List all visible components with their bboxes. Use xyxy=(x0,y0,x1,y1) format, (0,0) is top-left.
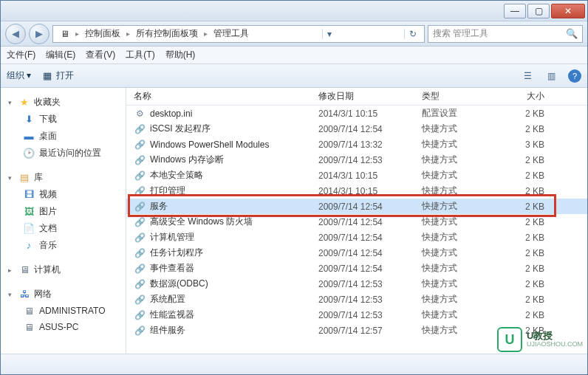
breadcrumb-seg-0[interactable]: 控制面板 xyxy=(81,27,125,40)
file-size: 2 KB xyxy=(503,295,555,305)
network-icon: 🖧 xyxy=(18,289,30,300)
file-row[interactable]: 🔗系统配置2009/7/14 12:53快捷方式2 KB xyxy=(126,292,587,307)
sidebar-item-downloads[interactable]: ⬇ 下载 xyxy=(1,111,126,128)
search-input[interactable]: 搜索 管理工具 🔍 xyxy=(428,25,583,43)
file-row[interactable]: 🔗Windows 内存诊断2009/7/14 12:53快捷方式2 KB xyxy=(126,152,587,168)
col-size[interactable]: 大小 xyxy=(503,90,555,103)
sidebar-item-music[interactable]: ♪ 音乐 xyxy=(1,237,126,254)
recent-icon: 🕑 xyxy=(23,148,35,159)
close-button[interactable]: ✕ xyxy=(551,4,585,18)
menu-file[interactable]: 文件(F) xyxy=(7,49,35,61)
file-type: 配置设置 xyxy=(422,107,503,120)
sidebar-item-documents[interactable]: 📄 文档 xyxy=(1,220,126,237)
col-date[interactable]: 修改日期 xyxy=(318,90,422,103)
document-icon: 📄 xyxy=(23,223,35,235)
file-icon: 🔗 xyxy=(134,325,146,337)
file-name: Windows PowerShell Modules xyxy=(150,140,269,150)
open-label: 打开 xyxy=(56,69,74,82)
file-row[interactable]: 🔗数据源(ODBC)2009/7/14 12:53快捷方式2 KB xyxy=(126,276,587,292)
sidebar-favorites-header[interactable]: ▾ ★ 收藏夹 xyxy=(1,94,126,111)
file-name: 系统配置 xyxy=(150,293,185,306)
file-list-pane: 名称 修改日期 类型 大小 ⚙desktop.ini2014/3/1 10:15… xyxy=(126,88,587,354)
organize-button[interactable]: 组织 ▾ xyxy=(7,69,31,82)
breadcrumb-dropdown[interactable]: ▾ xyxy=(322,29,336,39)
sidebar-computer-header[interactable]: ▸ 🖥 计算机 xyxy=(1,261,126,278)
file-type: 快捷方式 xyxy=(422,247,503,259)
file-type: 快捷方式 xyxy=(422,278,503,290)
net1-label: ADMINISTRATO xyxy=(39,306,106,316)
sidebar-network-header[interactable]: ▾ 🖧 网络 xyxy=(1,286,126,303)
sidebar-computer: ▸ 🖥 计算机 xyxy=(1,261,126,278)
desktop-icon: ▬ xyxy=(23,131,35,142)
favorites-label: 收藏夹 xyxy=(34,96,61,109)
sidebar-item-net1[interactable]: 🖥 ADMINISTRATO xyxy=(1,303,126,319)
file-icon: 🔗 xyxy=(134,247,146,259)
file-size: 2 KB xyxy=(503,326,555,336)
file-date: 2014/3/1 10:15 xyxy=(318,171,422,181)
file-size: 2 KB xyxy=(503,217,555,227)
file-row[interactable]: 🔗组件服务2009/7/14 12:57快捷方式2 KB xyxy=(126,323,587,338)
file-name: Windows 内存诊断 xyxy=(150,154,224,166)
download-icon: ⬇ xyxy=(23,114,35,125)
statusbar xyxy=(1,354,587,374)
titlebar: — ▢ ✕ xyxy=(1,1,587,21)
tri-icon: ▸ xyxy=(8,266,15,274)
maximize-button[interactable]: ▢ xyxy=(527,4,550,18)
file-icon: 🔗 xyxy=(134,232,146,244)
open-button[interactable]: ▦ 打开 xyxy=(41,69,74,82)
menu-view[interactable]: 查看(V) xyxy=(86,49,115,61)
file-date: 2009/7/14 12:54 xyxy=(318,264,422,274)
sidebar-item-recent[interactable]: 🕑 最近访问的位置 xyxy=(1,145,126,162)
file-row[interactable]: 🔗服务2009/7/14 12:54快捷方式2 KB xyxy=(126,199,587,214)
search-icon[interactable]: 🔍 xyxy=(566,28,578,39)
file-row[interactable]: 🔗任务计划程序2009/7/14 12:54快捷方式2 KB xyxy=(126,245,587,261)
breadcrumb-seg-1[interactable]: 所有控制面板项 xyxy=(131,27,202,40)
refresh-button[interactable]: ↻ xyxy=(404,29,421,39)
menu-tools[interactable]: 工具(T) xyxy=(126,49,154,61)
file-row[interactable]: 🔗本地安全策略2014/3/1 10:15快捷方式2 KB xyxy=(126,168,587,183)
file-type: 快捷方式 xyxy=(422,216,503,228)
sidebar-libraries-header[interactable]: ▾ ▤ 库 xyxy=(1,169,126,186)
file-row[interactable]: ⚙desktop.ini2014/3/1 10:15配置设置2 KB xyxy=(126,106,587,121)
desktop-label: 桌面 xyxy=(39,130,57,142)
videos-label: 视频 xyxy=(39,188,57,201)
file-icon: 🔗 xyxy=(134,123,146,135)
file-list[interactable]: ⚙desktop.ini2014/3/1 10:15配置设置2 KB🔗iSCSI… xyxy=(126,106,587,354)
file-size: 2 KB xyxy=(503,233,555,243)
menu-edit[interactable]: 编辑(E) xyxy=(46,49,75,61)
sidebar-item-desktop[interactable]: ▬ 桌面 xyxy=(1,128,126,145)
file-date: 2009/7/14 12:54 xyxy=(318,248,422,258)
back-button[interactable]: ◀ xyxy=(5,24,26,44)
file-row[interactable]: 🔗打印管理2014/3/1 10:15快捷方式2 KB xyxy=(126,183,587,199)
tri-icon: ▾ xyxy=(8,99,15,106)
breadcrumb-seg-2[interactable]: 管理工具 xyxy=(209,27,253,40)
help-button[interactable]: ? xyxy=(568,69,581,83)
sidebar-item-pictures[interactable]: 🖼 图片 xyxy=(1,203,126,220)
file-size: 2 KB xyxy=(503,171,555,181)
file-date: 2009/7/14 12:54 xyxy=(318,217,422,227)
file-name: 本地安全策略 xyxy=(150,169,203,182)
sidebar-item-net2[interactable]: 🖥 ASUS-PC xyxy=(1,319,126,335)
view-options-icon[interactable]: ☰ xyxy=(521,69,534,83)
file-name: 任务计划程序 xyxy=(150,247,203,259)
file-type: 快捷方式 xyxy=(422,200,503,213)
file-icon: 🔗 xyxy=(134,170,146,182)
music-icon: ♪ xyxy=(23,240,35,252)
file-row[interactable]: 🔗Windows PowerShell Modules2009/7/14 13:… xyxy=(126,137,587,152)
menu-help[interactable]: 帮助(H) xyxy=(165,49,196,61)
file-name: 服务 xyxy=(150,200,168,213)
breadcrumb[interactable]: 🖥 ▸ 控制面板 ▸ 所有控制面板项 ▸ 管理工具 ▾ ↻ xyxy=(52,25,425,43)
file-row[interactable]: 🔗iSCSI 发起程序2009/7/14 12:54快捷方式2 KB xyxy=(126,121,587,137)
preview-pane-icon[interactable]: ▥ xyxy=(544,69,558,83)
minimize-button[interactable]: — xyxy=(504,4,526,18)
sidebar-item-videos[interactable]: 🎞 视频 xyxy=(1,186,126,203)
file-row[interactable]: 🔗性能监视器2009/7/14 12:53快捷方式2 KB xyxy=(126,307,587,323)
col-name[interactable]: 名称 xyxy=(126,90,318,103)
file-row[interactable]: 🔗事件查看器2009/7/14 12:54快捷方式2 KB xyxy=(126,261,587,276)
file-row[interactable]: 🔗计算机管理2009/7/14 12:54快捷方式2 KB xyxy=(126,230,587,245)
sidebar-libraries: ▾ ▤ 库 🎞 视频 🖼 图片 📄 文档 ♪ 音乐 xyxy=(1,169,126,254)
forward-button[interactable]: ▶ xyxy=(29,24,49,44)
col-type[interactable]: 类型 xyxy=(422,90,503,103)
file-row[interactable]: 🔗高级安全 Windows 防火墙2009/7/14 12:54快捷方式2 KB xyxy=(126,214,587,230)
breadcrumb-root-icon[interactable]: 🖥 xyxy=(56,29,74,39)
